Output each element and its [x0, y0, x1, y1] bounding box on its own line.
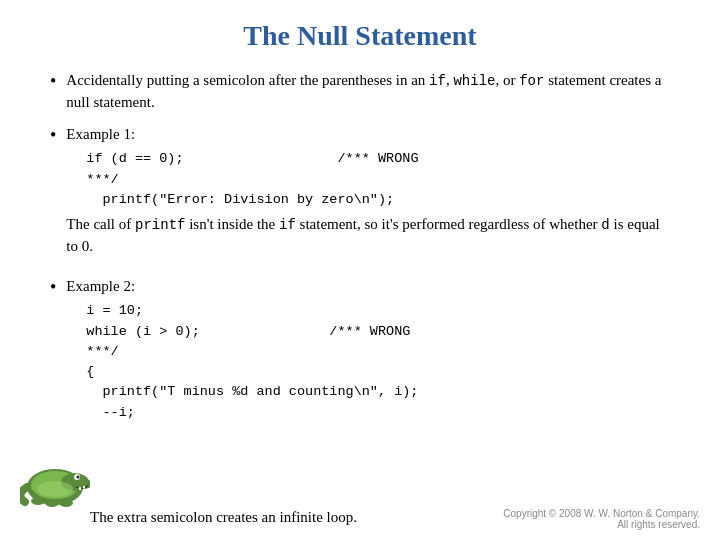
- svg-point-5: [77, 476, 80, 479]
- code-line-7: {: [86, 364, 94, 379]
- svg-point-10: [59, 499, 73, 507]
- code-d: d: [601, 217, 609, 233]
- bullet-item-2: • Example 1: if (d == 0); /*** WRONG ***…: [50, 124, 670, 266]
- code-line-8: printf("T minus %d and counting\n", i);: [86, 384, 418, 399]
- bullet-content-3: Example 2: i = 10; while (i > 0); /*** W…: [66, 276, 670, 427]
- code-for: for: [519, 73, 544, 89]
- bullet-dot-1: •: [50, 71, 56, 92]
- narrative-1: The call of printf isn't inside the if s…: [66, 214, 670, 258]
- code-line-2: ***/: [86, 172, 118, 187]
- slide-title: The Null Statement: [50, 20, 670, 52]
- gator-mascot: [20, 457, 90, 512]
- footer-line2: All rights reserved.: [503, 519, 700, 530]
- code-line-5: while (i > 0); /*** WRONG: [86, 324, 410, 339]
- code-line-9: --i;: [86, 405, 135, 420]
- bullet-dot-3: •: [50, 277, 56, 298]
- bullet-list: • Accidentally putting a semicolon after…: [50, 70, 670, 427]
- code-block-2: i = 10; while (i > 0); /*** WRONG ***/ {…: [86, 301, 670, 423]
- code-line-6: ***/: [86, 344, 118, 359]
- code-line-1: if (d == 0); /*** WRONG: [86, 151, 418, 166]
- bullet-dot-2: •: [50, 125, 56, 146]
- code-if-2: if: [279, 217, 296, 233]
- code-line-4: i = 10;: [86, 303, 143, 318]
- code-while: while: [453, 73, 495, 89]
- code-line-3: printf("Error: Division by zero\n");: [86, 192, 394, 207]
- svg-rect-6: [79, 487, 81, 490]
- bullet-item-3: • Example 2: i = 10; while (i > 0); /***…: [50, 276, 670, 427]
- svg-point-11: [37, 481, 73, 497]
- bullet-item-1: • Accidentally putting a semicolon after…: [50, 70, 670, 114]
- footer-line1: Copyright © 2008 W. W. Norton & Company.: [503, 508, 700, 519]
- code-printf-1: printf: [135, 217, 185, 233]
- bullet-content-2: Example 1: if (d == 0); /*** WRONG ***/ …: [66, 124, 670, 266]
- bullet-content-1: Accidentally putting a semicolon after t…: [66, 70, 670, 114]
- svg-point-9: [45, 499, 59, 507]
- svg-rect-7: [83, 486, 85, 489]
- code-block-1: if (d == 0); /*** WRONG ***/ printf("Err…: [86, 149, 670, 210]
- bottom-text: The extra semicolon creates an infinite …: [90, 509, 357, 526]
- code-if: if: [429, 73, 446, 89]
- footer: Copyright © 2008 W. W. Norton & Company.…: [503, 508, 700, 530]
- slide: The Null Statement • Accidentally puttin…: [0, 0, 720, 540]
- svg-point-8: [31, 497, 45, 505]
